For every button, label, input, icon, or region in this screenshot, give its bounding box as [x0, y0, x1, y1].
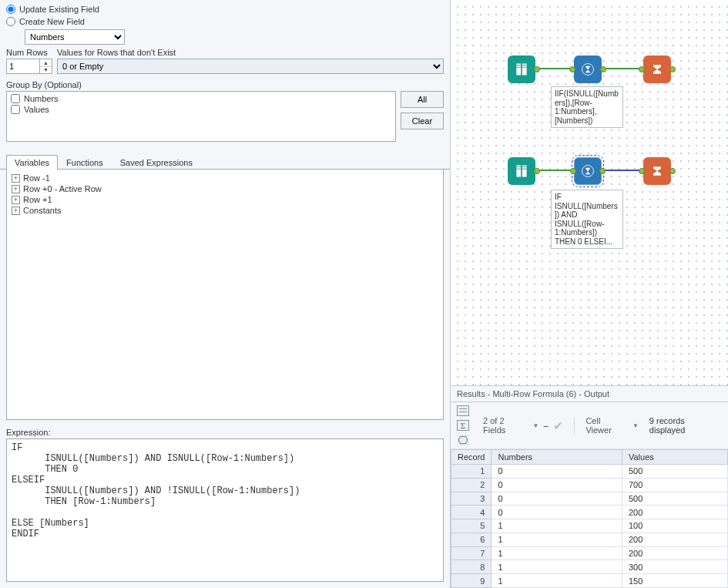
- radio-create-new[interactable]: [6, 17, 15, 26]
- clear-button[interactable]: Clear: [401, 113, 444, 129]
- group-item-label: Numbers: [24, 94, 59, 103]
- label-values-for-rows: Values for Rows that don't Exist: [57, 48, 444, 57]
- checkbox-group-numbers[interactable]: [11, 94, 20, 103]
- plus-icon[interactable]: +: [12, 174, 20, 183]
- cell-values: 100: [622, 519, 727, 533]
- chevron-down-icon[interactable]: ▼: [533, 422, 539, 429]
- table-row[interactable]: 10500: [451, 465, 728, 479]
- tab-saved[interactable]: Saved Expressions: [112, 155, 201, 170]
- values-for-rows-select[interactable]: 0 or Empty: [57, 59, 444, 74]
- input-tool-1[interactable]: [508, 55, 535, 83]
- cell-values: 200: [622, 546, 727, 560]
- port-icon: [599, 168, 606, 174]
- port-icon: [669, 66, 676, 72]
- tabs-bar: Variables Functions Saved Expressions: [0, 154, 450, 170]
- summarize-tool-1[interactable]: [643, 55, 671, 83]
- num-rows-up-icon[interactable]: ▲: [40, 59, 52, 67]
- group-by-list[interactable]: Numbers Values: [6, 91, 396, 142]
- plus-icon[interactable]: +: [12, 207, 20, 215]
- sigma-icon[interactable]: Σ: [457, 420, 469, 431]
- svg-marker-2: [458, 436, 468, 443]
- cell-values: 200: [622, 533, 727, 546]
- tree-item-label: Row -1: [23, 173, 50, 183]
- row-number: 2: [451, 478, 491, 492]
- table-row[interactable]: 81300: [451, 560, 728, 574]
- cell-values: 200: [622, 506, 727, 519]
- checkbox-group-values[interactable]: [11, 105, 20, 114]
- num-rows-stepper[interactable]: ▲ ▼: [6, 59, 52, 74]
- group-item-label: Values: [24, 105, 49, 114]
- all-button[interactable]: All: [401, 91, 444, 108]
- row-number: 6: [451, 533, 491, 546]
- cell-numbers: 1: [491, 560, 622, 574]
- dash-icon: ‒: [543, 421, 549, 431]
- port-icon: [534, 66, 540, 72]
- port-icon: [534, 168, 540, 174]
- plus-icon[interactable]: +: [12, 185, 20, 193]
- row-number: 1: [451, 465, 491, 479]
- right-panel: IIF(ISNULL([Numbers]),[Row-1:Numbers],[N…: [451, 0, 728, 588]
- cell-numbers: 1: [491, 533, 622, 546]
- radio-update-existing[interactable]: [6, 5, 15, 14]
- label-create-new: Create New Field: [19, 17, 85, 26]
- results-panel: Results - Multi-Row Formula (6) - Output…: [451, 385, 728, 588]
- field-select[interactable]: Numbers: [25, 29, 125, 45]
- tab-functions[interactable]: Functions: [58, 155, 112, 170]
- cell-numbers: 1: [491, 574, 622, 588]
- cell-numbers: 0: [491, 506, 622, 519]
- cell-values: 500: [622, 465, 727, 479]
- row-number: 8: [451, 560, 491, 574]
- cell-values: 700: [622, 478, 727, 492]
- col-header-values[interactable]: Values: [622, 450, 727, 465]
- multirow-formula-tool-1[interactable]: [574, 55, 602, 83]
- table-row[interactable]: 91150: [451, 574, 728, 588]
- table-row[interactable]: 40200: [451, 506, 728, 519]
- row-number: 7: [451, 546, 491, 560]
- results-grid[interactable]: Record Numbers Values 105002070030500402…: [451, 449, 728, 588]
- port-icon: [669, 168, 676, 174]
- config-panel: Update Existing Field Create New Field N…: [0, 0, 451, 588]
- port-icon: [569, 66, 575, 72]
- cell-numbers: 0: [491, 478, 622, 492]
- cell-viewer-label[interactable]: Cell Viewer: [585, 416, 628, 435]
- label-update-existing: Update Existing Field: [19, 5, 99, 14]
- input-tool-2[interactable]: [508, 157, 535, 185]
- cell-numbers: 1: [491, 546, 622, 560]
- table-row[interactable]: 51100: [451, 519, 728, 533]
- plus-icon[interactable]: +: [12, 196, 20, 204]
- connector: [602, 68, 640, 69]
- table-row[interactable]: 71200: [451, 546, 728, 560]
- tree-item-label: Row +1: [23, 195, 52, 204]
- multirow-formula-tool-2[interactable]: [574, 157, 602, 185]
- cell-values: 300: [622, 560, 727, 574]
- hex-icon[interactable]: [457, 435, 469, 445]
- variables-tree[interactable]: +Row -1 +Row +0 - Active Row +Row +1 +Co…: [6, 170, 444, 420]
- label-num-rows: Num Rows: [6, 48, 52, 57]
- col-header-numbers[interactable]: Numbers: [491, 450, 622, 465]
- tool-annotation: IIF(ISNULL([Numbers]),[Row-1:Numbers],[N…: [551, 86, 623, 128]
- expression-editor[interactable]: IF ISNULL([Numbers]) AND ISNULL([Row-1:N…: [6, 438, 444, 582]
- tab-variables[interactable]: Variables: [6, 155, 58, 170]
- row-number: 5: [451, 519, 491, 533]
- cell-numbers: 0: [491, 492, 622, 506]
- cell-numbers: 1: [491, 519, 622, 533]
- workflow-canvas[interactable]: IIF(ISNULL([Numbers]),[Row-1:Numbers],[N…: [451, 0, 728, 385]
- port-icon: [570, 168, 576, 174]
- summarize-tool-2[interactable]: [643, 157, 671, 185]
- check-icon[interactable]: ✔: [553, 418, 563, 433]
- cell-values: 150: [622, 574, 727, 588]
- cell-numbers: 0: [491, 465, 622, 479]
- chevron-down-icon[interactable]: ▼: [632, 422, 639, 429]
- label-expression: Expression:: [0, 425, 450, 438]
- table-row[interactable]: 20700: [451, 478, 728, 492]
- table-row[interactable]: 61200: [451, 533, 728, 546]
- connector: [602, 170, 640, 171]
- num-rows-down-icon[interactable]: ▼: [40, 67, 52, 74]
- table-row[interactable]: 30500: [451, 492, 728, 506]
- row-number: 4: [451, 506, 491, 519]
- rows-view-icon[interactable]: [457, 405, 469, 416]
- col-header-record[interactable]: Record: [451, 450, 491, 465]
- fields-count[interactable]: 2 of 2 Fields: [483, 416, 528, 435]
- tree-item-label: Row +0 - Active Row: [23, 184, 102, 193]
- num-rows-input[interactable]: [7, 59, 39, 73]
